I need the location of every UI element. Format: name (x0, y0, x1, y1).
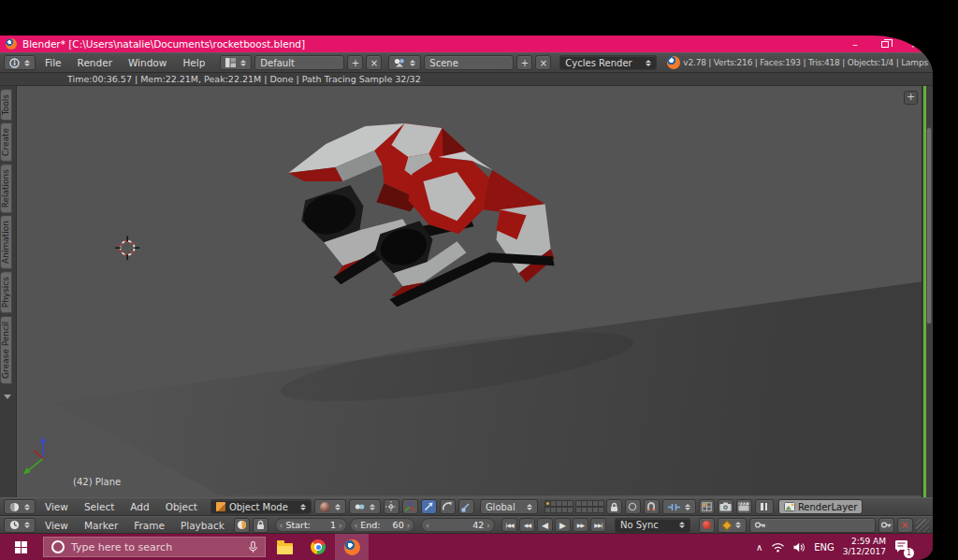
3d-viewport[interactable]: (42) Plane + (17, 86, 922, 497)
keying-mode-select[interactable] (718, 518, 747, 533)
pivot-point-select[interactable] (349, 499, 381, 514)
tab-animation[interactable]: Animation (0, 215, 12, 269)
view3d-menu-add[interactable]: Add (123, 501, 155, 512)
menu-file[interactable]: File (38, 57, 68, 68)
delete-layout-button[interactable]: × (366, 55, 382, 70)
editor-type-3dview-button[interactable] (4, 499, 36, 514)
jump-to-start-button[interactable]: |◀◀ (501, 518, 517, 532)
tab-relations[interactable]: Relations (0, 164, 12, 213)
window-title: Blender* [C:\Users\natalie\Documents\roc… (22, 38, 837, 50)
auto-keyframe-button[interactable] (699, 518, 715, 533)
speaker-icon[interactable] (793, 542, 806, 553)
add-layout-button[interactable]: + (347, 55, 363, 70)
minimize-button[interactable]: – (843, 37, 867, 50)
manipulator-toggle-button[interactable] (384, 499, 399, 514)
tab-tools[interactable]: Tools (0, 89, 12, 121)
taskbar-blender[interactable] (335, 534, 369, 560)
scene-icon (394, 58, 405, 67)
lock-frame-button[interactable] (253, 518, 269, 533)
restore-button[interactable] (873, 37, 897, 50)
next-keyframe-button[interactable]: ▶▶ (573, 518, 588, 532)
view3d-menu-select[interactable]: Select (78, 501, 121, 512)
timeline-menu-frame[interactable]: Frame (127, 520, 171, 531)
render-layer-select[interactable]: RenderLayer (778, 499, 863, 514)
resize-grip[interactable] (916, 519, 929, 532)
start-button[interactable] (0, 534, 41, 560)
frame-end-field[interactable]: ‹ End: 60 › (350, 518, 415, 532)
snap-circle-button[interactable] (625, 499, 641, 514)
play-reverse-button[interactable]: ◀ (537, 518, 553, 532)
delete-keyframe-button[interactable]: × (897, 518, 913, 533)
render-still-button[interactable] (718, 499, 733, 514)
lock-to-scene-button[interactable] (606, 499, 622, 514)
scene-browse-button[interactable] (388, 55, 421, 70)
layers-widget[interactable] (544, 500, 603, 513)
view3d-menu-view[interactable]: View (38, 501, 75, 512)
screen-layout-browse-button[interactable] (220, 55, 252, 70)
pause-render-button[interactable] (755, 499, 774, 514)
render-border-button[interactable] (699, 499, 715, 514)
viewport-scrollbar[interactable] (922, 86, 933, 497)
editor-type-timeline-button[interactable] (4, 518, 36, 533)
orientation-select[interactable]: Global (480, 499, 538, 514)
timeline-menu-view[interactable]: View (38, 520, 75, 531)
decrement-icon[interactable]: ‹ (355, 521, 358, 530)
rotate-manipulator-button[interactable] (440, 499, 456, 514)
increment-icon[interactable]: › (407, 521, 411, 530)
current-frame-field[interactable]: ‹ 42 › (421, 518, 495, 532)
rocket-model[interactable] (288, 123, 554, 307)
taskbar-chrome[interactable] (301, 534, 335, 560)
scale-manipulator-button[interactable] (458, 499, 474, 514)
taskbar-file-explorer[interactable] (268, 534, 301, 560)
snap-magnet-button[interactable] (644, 499, 660, 514)
timeline-menu-playback[interactable]: Playback (174, 520, 231, 531)
properties-panel-expand-button[interactable]: + (904, 91, 918, 105)
jump-to-end-button[interactable]: ▶▶| (590, 518, 606, 532)
tab-create[interactable]: Create (0, 122, 12, 162)
sync-mode-select[interactable]: No Sync (615, 518, 690, 533)
mode-select[interactable]: Object Mode (210, 499, 312, 514)
microphone-icon[interactable] (249, 541, 257, 553)
decrement-icon[interactable]: ‹ (280, 521, 283, 530)
decrement-icon[interactable]: ‹ (426, 521, 429, 530)
scene-field[interactable]: Scene (424, 55, 514, 70)
increment-icon[interactable]: › (339, 521, 342, 530)
add-scene-button[interactable]: + (516, 55, 532, 70)
close-button[interactable]: × (903, 37, 927, 50)
viewport-shading-select[interactable] (314, 499, 346, 514)
tray-chevron-icon[interactable]: ∧ (756, 542, 762, 553)
frame-start-field[interactable]: ‹ Start: 1 › (275, 518, 347, 532)
language-indicator[interactable]: ENG (814, 542, 835, 553)
scrollbar-handle[interactable] (926, 127, 932, 324)
menu-window[interactable]: Window (122, 57, 173, 68)
play-button[interactable]: ▶ (555, 518, 571, 532)
increment-icon[interactable]: › (486, 521, 490, 530)
render-engine-select[interactable]: Cycles Render (559, 55, 657, 70)
screen-layout-field[interactable]: Default (254, 55, 344, 70)
tab-physics[interactable]: Physics (0, 271, 12, 313)
snap-target-select[interactable] (662, 499, 696, 514)
blender-splash-icon[interactable] (667, 56, 680, 69)
3d-cursor-icon[interactable] (115, 236, 139, 260)
tab-grease-pencil[interactable]: Grease Pencil (0, 316, 12, 384)
previous-keyframe-button[interactable]: ◀◀ (519, 518, 535, 532)
render-animation-button[interactable] (736, 499, 752, 514)
translate-manipulator-button[interactable] (421, 499, 437, 514)
menu-help[interactable]: Help (176, 57, 211, 68)
view3d-menu-object[interactable]: Object (159, 501, 204, 512)
keying-set-field[interactable] (749, 518, 876, 533)
clock-widget[interactable]: 2:59 AM 3/12/2017 (843, 537, 886, 558)
preview-range-button[interactable] (234, 518, 250, 533)
action-center-button[interactable]: 1 (894, 539, 908, 554)
shelf-collapse-arrow-icon[interactable] (4, 395, 11, 399)
editor-type-info-button[interactable] (4, 55, 36, 70)
search-input[interactable] (71, 541, 242, 553)
insert-keyframe-button[interactable] (878, 518, 894, 533)
stepper-icon (646, 60, 651, 66)
delete-scene-button[interactable]: × (535, 55, 551, 70)
wifi-icon[interactable] (771, 542, 785, 553)
manipulator-axes-button[interactable] (402, 499, 418, 514)
timeline-menu-marker[interactable]: Marker (78, 520, 124, 531)
taskbar-search[interactable] (43, 537, 266, 557)
menu-render[interactable]: Render (71, 57, 119, 68)
